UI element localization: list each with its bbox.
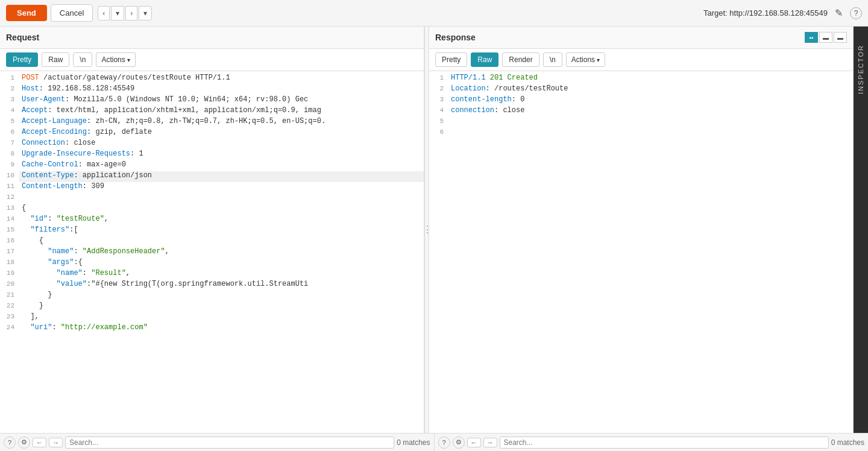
request-tab-ln[interactable]: \n (73, 52, 92, 67)
response-tab-ln[interactable]: \n (543, 52, 562, 67)
nav-back-dropdown-button[interactable]: ▾ (111, 6, 124, 20)
line-number: 4 (429, 106, 448, 117)
nav-forward-dropdown-button[interactable]: ▾ (139, 6, 152, 20)
table-row: 6Accept-Encoding: gzip, deflate (0, 128, 424, 139)
send-button[interactable]: Send (6, 5, 47, 21)
request-search-section: ? ⚙ ← → 0 matches (0, 434, 434, 451)
line-content: Accept-Encoding: gzip, deflate (19, 128, 424, 139)
line-content: Accept-Language: zh-CN, zh;q=0.8, zh-TW;… (19, 117, 424, 128)
line-number: 1 (0, 74, 19, 84)
line-number: 17 (0, 247, 19, 258)
table-row: 12 (0, 193, 424, 204)
edit-target-button[interactable]: ✎ (834, 6, 844, 20)
nav-back-button[interactable]: ‹ (98, 6, 110, 20)
line-number: 3 (0, 95, 19, 106)
table-row: 3content-length: 0 (429, 95, 853, 106)
response-matches-count: 0 matches (831, 438, 864, 447)
view-right-button[interactable]: ▬ (834, 32, 847, 43)
response-actions-button[interactable]: Actions (566, 52, 605, 67)
request-matches-count: 0 matches (397, 438, 430, 447)
panel-splitter[interactable]: ⋮ (424, 27, 429, 433)
request-tab-raw[interactable]: Raw (42, 52, 69, 67)
line-number: 5 (0, 117, 19, 128)
line-content: Cache-Control: max-age=0 (19, 160, 424, 171)
line-content: } (19, 301, 424, 312)
table-row: 18 "args":{ (0, 258, 424, 269)
response-search-prev-button[interactable]: ← (467, 438, 481, 447)
line-number: 21 (0, 291, 19, 301)
main-area: Request Pretty Raw \n Actions 1POST /act… (0, 27, 868, 433)
request-search-settings-button[interactable]: ⚙ (18, 437, 30, 449)
line-content: "name": "AddResponseHeader", (19, 247, 424, 258)
target-label: Target: http://192.168.58.128:45549 (703, 8, 828, 17)
table-row: 10Content-Type: application/json (0, 171, 424, 182)
table-row: 24 "uri": "http://example.com" (0, 323, 424, 334)
line-content: Upgrade-Insecure-Requests: 1 (19, 150, 424, 160)
response-search-input[interactable] (500, 437, 829, 449)
bottom-search-bar: ? ⚙ ← → 0 matches ? ⚙ ← → 0 matches (0, 433, 868, 451)
line-content (19, 193, 424, 204)
table-row: 1HTTP/1.1 201 Created (429, 74, 853, 84)
table-row: 20 "value":"#{new String(T(org.springfra… (0, 280, 424, 291)
table-row: 14 "id": "testRoute", (0, 215, 424, 226)
target-info: Target: http://192.168.58.128:45549 ✎ ? (703, 6, 862, 20)
request-code-area[interactable]: 1POST /actuator/gateway/routes/testRoute… (0, 71, 424, 433)
response-header-row: Response ▪▪ ▬ ▬ (435, 30, 847, 45)
line-content: "value":"#{new String(T(org.springframew… (19, 280, 424, 291)
line-content (448, 117, 853, 128)
table-row: 2Host: 192.168.58.128:45549 (0, 84, 424, 95)
response-panel-header: Response ▪▪ ▬ ▬ (429, 27, 853, 49)
response-search-next-button[interactable]: → (483, 438, 497, 447)
request-panel: Request Pretty Raw \n Actions 1POST /act… (0, 27, 424, 433)
line-content: "id": "testRoute", (19, 215, 424, 226)
table-row: 9Cache-Control: max-age=0 (0, 160, 424, 171)
response-tab-raw[interactable]: Raw (471, 52, 498, 67)
table-row: 7Connection: close (0, 139, 424, 150)
response-tab-render[interactable]: Render (502, 52, 539, 67)
line-content: "filters":[ (19, 226, 424, 236)
table-row: 8Upgrade-Insecure-Requests: 1 (0, 150, 424, 160)
table-row: 21 } (0, 291, 424, 301)
line-number: 19 (0, 269, 19, 280)
line-content (448, 128, 853, 139)
line-number: 6 (429, 128, 448, 139)
table-row: 11Content-Length: 309 (0, 182, 424, 193)
table-row: 23 ], (0, 312, 424, 323)
inspector-sidebar: INSPECTOR (854, 27, 868, 433)
cancel-button[interactable]: Cancel (51, 4, 93, 22)
line-number: 10 (0, 171, 19, 182)
line-content: Location: /routes/testRoute (448, 84, 853, 95)
line-number: 3 (429, 95, 448, 106)
line-number: 1 (429, 74, 448, 84)
table-row: 16 { (0, 236, 424, 247)
line-content: "uri": "http://example.com" (19, 323, 424, 334)
response-tab-pretty[interactable]: Pretty (435, 52, 467, 67)
table-row: 17 "name": "AddResponseHeader", (0, 247, 424, 258)
line-content: connection: close (448, 106, 853, 117)
view-split-button[interactable]: ▪▪ (805, 32, 818, 43)
line-content: { (19, 204, 424, 215)
response-search-help-button[interactable]: ? (438, 437, 450, 449)
view-left-button[interactable]: ▬ (819, 32, 832, 43)
response-tabs: Pretty Raw Render \n Actions (429, 49, 853, 71)
line-number: 9 (0, 160, 19, 171)
line-content: Host: 192.168.58.128:45549 (19, 84, 424, 95)
request-tab-pretty[interactable]: Pretty (6, 52, 38, 67)
response-code-area[interactable]: 1HTTP/1.1 201 Created2Location: /routes/… (429, 71, 853, 433)
nav-forward-button[interactable]: › (125, 6, 137, 20)
line-number: 8 (0, 150, 19, 160)
line-content: ], (19, 312, 424, 323)
response-search-section: ? ⚙ ← → 0 matches (434, 434, 869, 451)
request-search-prev-button[interactable]: ← (33, 438, 46, 447)
request-actions-button[interactable]: Actions (96, 52, 135, 67)
request-search-help-button[interactable]: ? (4, 437, 16, 449)
line-number: 6 (0, 128, 19, 139)
request-search-next-button[interactable]: → (49, 438, 63, 447)
line-content: } (19, 291, 424, 301)
request-search-input[interactable] (65, 437, 394, 449)
line-content: Content-Type: application/json (19, 171, 424, 182)
line-number: 7 (0, 139, 19, 150)
help-button[interactable]: ? (850, 7, 862, 19)
line-content: Connection: close (19, 139, 424, 150)
response-search-settings-button[interactable]: ⚙ (453, 437, 465, 449)
